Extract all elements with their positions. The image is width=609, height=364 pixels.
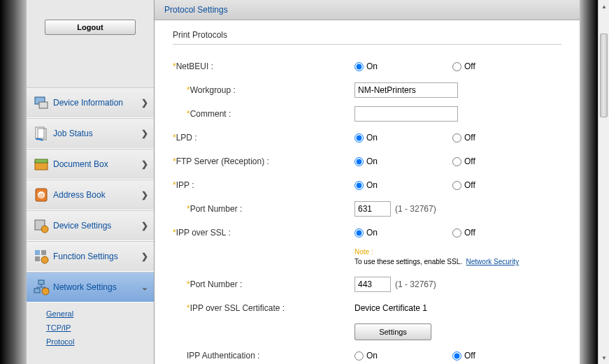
sub-nav-tcpip[interactable]: TCP/IP [46, 321, 154, 335]
ippssl-port-input[interactable] [354, 277, 391, 292]
label-ippssl-cert: IPP over SSL Certificate : [190, 303, 285, 313]
svg-point-10 [41, 226, 48, 233]
sidebar-item-document-box[interactable]: Document Box ❯ [27, 149, 154, 180]
radio-ipp-on[interactable]: On [354, 180, 378, 190]
sidebar-item-network-settings[interactable]: Network Settings ⌄ [27, 272, 154, 303]
network-security-link[interactable]: Network Security [466, 258, 520, 265]
ssl-note: Note : To use these settings, enable SSL… [354, 247, 561, 267]
label-netbeui: NetBEUI : [176, 61, 213, 71]
sidebar-item-device-information[interactable]: Device Information ❯ [27, 87, 154, 118]
document-box-icon [32, 155, 50, 173]
chevron-right-icon: ❯ [141, 129, 148, 138]
label-ipp: IPP : [176, 180, 194, 190]
svg-rect-1 [39, 102, 48, 108]
sidebar-item-label: Device Settings [53, 221, 141, 231]
radio-ippssl-off[interactable]: Off [452, 228, 475, 238]
chevron-right-icon: ❯ [141, 159, 148, 169]
sidebar-item-label: Network Settings [53, 282, 141, 292]
port-range-hint: (1 - 32767) [395, 204, 436, 214]
page-title: Protocol Settings [155, 0, 580, 20]
network-settings-icon [32, 278, 50, 296]
sidebar-item-label: Address Book [53, 190, 141, 200]
svg-rect-13 [35, 256, 40, 261]
settings-button[interactable]: Settings [354, 323, 431, 340]
device-settings-icon [32, 217, 50, 235]
radio-lpd-on[interactable]: On [354, 133, 378, 143]
sub-nav-protocol[interactable]: Protocol [46, 335, 154, 349]
ipp-port-input[interactable] [354, 201, 391, 217]
radio-ippssl-on[interactable]: On [354, 228, 378, 238]
sidebar-item-label: Function Settings [53, 252, 141, 261]
content-body: Print Protocols *NetBEUI : On Off *Workg… [155, 20, 580, 364]
sidebar-item-label: Document Box [53, 159, 141, 169]
radio-lpd-off[interactable]: Off [452, 133, 475, 143]
radio-netbeui-on[interactable]: On [354, 61, 378, 71]
svg-rect-12 [41, 250, 46, 255]
radio-netbeui-off[interactable]: Off [452, 61, 475, 71]
svg-text:@: @ [38, 192, 44, 198]
section-title: Print Protocols [173, 30, 561, 45]
svg-rect-5 [35, 159, 48, 163]
label-ippssl-port: Port Number : [190, 279, 243, 289]
sidebar-item-job-status[interactable]: Job Status ❯ [27, 118, 154, 149]
label-lpd: LPD : [176, 133, 197, 143]
svg-point-18 [42, 288, 49, 295]
sidebar-item-address-book[interactable]: @ Address Book ❯ [27, 180, 154, 210]
radio-ipp-off[interactable]: Off [452, 180, 475, 190]
chevron-right-icon: ❯ [141, 221, 148, 231]
svg-point-14 [41, 256, 48, 263]
scroll-up-icon[interactable]: ▲ [600, 1, 608, 11]
label-ippauth: IPP Authentication : [187, 351, 260, 361]
label-ipp-port: Port Number : [190, 204, 243, 214]
label-workgroup: Workgroup : [190, 85, 236, 95]
workgroup-input[interactable] [354, 82, 458, 98]
svg-rect-16 [34, 289, 40, 293]
radio-ftp-off[interactable]: Off [452, 156, 475, 166]
job-status-icon [32, 124, 50, 143]
sidebar: Logout Device Information ❯ Job Status ❯… [27, 0, 154, 364]
label-comment: Comment : [190, 109, 231, 119]
chevron-right-icon: ❯ [141, 98, 148, 108]
ippssl-cert-value: Device Certificate 1 [354, 303, 427, 313]
comment-input[interactable] [354, 106, 458, 122]
sidebar-item-device-settings[interactable]: Device Settings ❯ [27, 210, 154, 241]
scroll-down-icon[interactable]: ▼ [600, 353, 608, 363]
address-book-icon: @ [32, 186, 50, 204]
scrollbar-thumb[interactable] [600, 34, 608, 117]
chevron-right-icon: ❯ [141, 190, 148, 200]
label-ftp: FTP Server (Reception) : [176, 156, 269, 166]
sub-nav: General TCP/IP Protocol [27, 303, 154, 349]
radio-ippauth-off[interactable]: Off [452, 351, 475, 361]
sub-nav-general[interactable]: General [46, 307, 154, 321]
svg-rect-15 [38, 280, 44, 284]
port-range-hint: (1 - 32767) [395, 279, 436, 289]
sidebar-item-function-settings[interactable]: Function Settings ❯ [27, 241, 154, 272]
radio-ippauth-on[interactable]: On [354, 351, 378, 361]
function-settings-icon [32, 247, 50, 265]
chevron-down-icon: ⌄ [141, 282, 148, 292]
vertical-scrollbar[interactable]: ▲ ▼ [598, 0, 609, 364]
sidebar-item-label: Device Information [53, 98, 141, 108]
logout-button[interactable]: Logout [45, 20, 136, 35]
chevron-right-icon: ❯ [141, 252, 148, 261]
svg-rect-11 [35, 250, 40, 255]
label-ippssl: IPP over SSL : [176, 228, 231, 238]
device-info-icon [32, 94, 50, 112]
sidebar-item-label: Job Status [53, 129, 141, 138]
radio-ftp-on[interactable]: On [354, 156, 378, 166]
